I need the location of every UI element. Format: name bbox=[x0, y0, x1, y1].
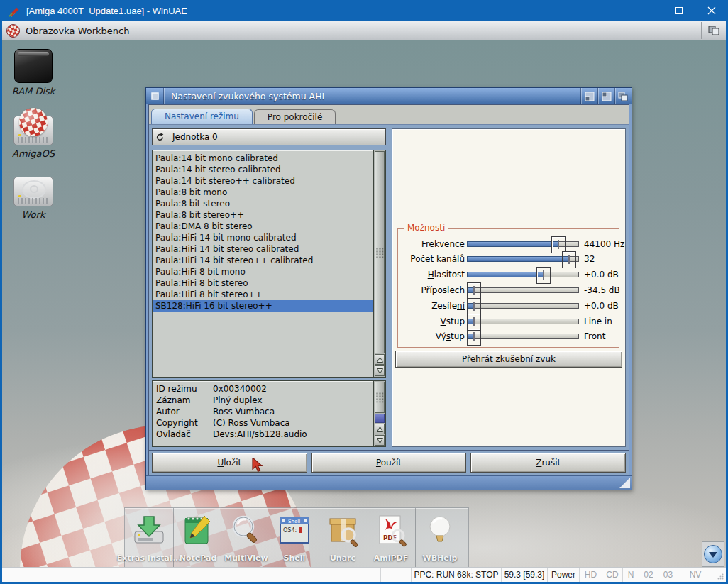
input-slider[interactable] bbox=[467, 314, 579, 329]
dialog-titlebar[interactable]: Nastavení zvukového systému AHI bbox=[146, 88, 632, 104]
dock-label: NotePad bbox=[180, 553, 217, 563]
dock-item-wbhelp[interactable]: WBHelp bbox=[415, 508, 464, 567]
frequency-slider[interactable] bbox=[467, 236, 579, 252]
window-depth-icon[interactable] bbox=[614, 88, 632, 104]
window-titlebar[interactable]: [Amiga 4000T_Update1.uae] - WinUAE bbox=[0, 0, 728, 21]
mode-list-item[interactable]: Paula:8 bit mono bbox=[153, 187, 373, 198]
info-row: ID režimu0x00340002 bbox=[156, 383, 373, 395]
boing-ball-icon bbox=[19, 108, 48, 136]
desktop-icon-label: AmigaOS bbox=[6, 148, 60, 159]
desktop-icon-work[interactable]: Work bbox=[6, 170, 60, 220]
window-iconify-icon[interactable] bbox=[580, 88, 597, 104]
statusbar: PPC: RUN 68k: STOP 59.3 [59.3] Power HD … bbox=[2, 567, 726, 582]
unit-selector[interactable]: Jednotka 0 bbox=[152, 128, 386, 145]
output-slider[interactable] bbox=[467, 329, 579, 344]
play-test-sound-button[interactable]: Přehrát zkušební zvuk bbox=[395, 351, 622, 368]
output-value: Front bbox=[584, 331, 605, 341]
mode-list-item[interactable]: Paula:HiFi 8 bit stereo bbox=[153, 277, 373, 289]
resize-handle[interactable] bbox=[619, 478, 630, 488]
close-icon[interactable] bbox=[695, 0, 728, 21]
dock-label: WBHelp bbox=[423, 553, 458, 563]
cycle-icon bbox=[153, 129, 167, 145]
fps-indicator: 59.3 [59.3] bbox=[502, 568, 548, 582]
options-legend: Možnosti bbox=[404, 223, 448, 233]
shell-icon-title: Shell bbox=[288, 519, 300, 524]
cpu-state: PPC: RUN 68k: STOP bbox=[412, 568, 502, 582]
save-button[interactable]: Uložit bbox=[152, 453, 307, 473]
mode-list-scrollbar[interactable] bbox=[373, 150, 385, 377]
scrollbar-thumb[interactable] bbox=[375, 382, 385, 413]
cancel-button[interactable]: Zrušit bbox=[470, 453, 626, 473]
scrollbar-thumb[interactable] bbox=[375, 151, 385, 353]
frequency-value: 44100 Hz bbox=[584, 239, 624, 249]
mode-list-item[interactable]: Paula:8 bit stereo++ bbox=[153, 209, 373, 221]
dock-item-multiview[interactable]: MultiView bbox=[222, 508, 270, 567]
info-row: ZáznamPlný duplex bbox=[156, 395, 373, 406]
shell-icon: Shell OS4: bbox=[277, 513, 311, 547]
unit-selector-label: Jednotka 0 bbox=[167, 132, 218, 142]
dock-item-shell[interactable]: Shell OS4: Shell bbox=[270, 508, 319, 567]
power-led: Power bbox=[548, 568, 580, 582]
scroll-down-icon[interactable] bbox=[375, 435, 385, 446]
window-zoom-icon[interactable] bbox=[597, 88, 614, 104]
bulb-icon bbox=[423, 513, 457, 547]
winuae-window-frame: Obrazovka Workbench RAM Disk bbox=[0, 21, 728, 584]
info-row: Copyright(C) Ross Vumbaca bbox=[156, 417, 373, 429]
magnifier-icon bbox=[229, 513, 263, 547]
slider-row-volume: Hlasitost +0.0 dB bbox=[399, 268, 614, 282]
dock-item-extras-installer[interactable]: Extras Instal... bbox=[125, 508, 173, 567]
slider-row-gain: Zesílení +0.0 dB bbox=[399, 298, 614, 313]
minimize-icon[interactable] bbox=[630, 0, 663, 21]
desktop-icon-amigaos[interactable]: AmigaOS bbox=[6, 109, 60, 159]
scroll-down-icon[interactable] bbox=[375, 365, 385, 376]
mode-list-item[interactable]: Paula:HiFi 8 bit mono bbox=[153, 266, 373, 277]
mode-list-item[interactable]: Paula:8 bit stereo bbox=[153, 198, 373, 209]
cd-led: CD bbox=[602, 568, 623, 582]
mode-list-item[interactable]: Paula:14 bit stereo calibrated bbox=[153, 164, 373, 175]
dock-label: Extras Instal... bbox=[117, 553, 182, 563]
statusbar-spacer bbox=[2, 568, 381, 582]
mode-list-item[interactable]: Paula:DMA 8 bit stereo bbox=[153, 221, 373, 232]
dock-item-amipdf[interactable]: PDF AmiPDF bbox=[367, 508, 415, 567]
statusbar-empty bbox=[381, 568, 412, 582]
gain-value: +0.0 dB bbox=[584, 301, 619, 311]
mode-list-item[interactable]: Paula:14 bit stereo++ calibrated bbox=[153, 175, 373, 187]
df2-led: 02 bbox=[639, 568, 658, 582]
mode-list-item[interactable]: Paula:14 bit mono calibrated bbox=[153, 153, 373, 164]
tab-mode-settings[interactable]: Nastavení režimu bbox=[151, 109, 253, 124]
monitor-slider[interactable] bbox=[467, 282, 579, 298]
scroll-up-icon[interactable] bbox=[375, 354, 385, 365]
desktop-icon-label: Work bbox=[6, 209, 60, 220]
shell-icon-prompt: OS4: bbox=[283, 527, 297, 534]
resize-grip[interactable] bbox=[712, 568, 726, 582]
dock-label: AmiPDF bbox=[374, 553, 408, 563]
mode-list-item[interactable]: Paula:HiFi 14 bit stereo++ calibrated bbox=[153, 255, 373, 266]
screen-flip-button[interactable] bbox=[702, 541, 724, 567]
dock-item-unarc[interactable]: Unarc bbox=[319, 508, 367, 567]
channels-slider[interactable] bbox=[467, 251, 579, 267]
volume-slider[interactable] bbox=[467, 267, 579, 282]
slider-row-monitor: Příposlech -34.5 dB bbox=[399, 282, 614, 297]
gain-slider[interactable] bbox=[467, 298, 579, 314]
scroll-up-icon[interactable] bbox=[375, 424, 385, 434]
net-led: N bbox=[623, 568, 639, 582]
window-close-icon[interactable] bbox=[146, 88, 164, 104]
apply-button[interactable]: Použít bbox=[311, 453, 467, 473]
dock-item-notepad[interactable]: NotePad bbox=[173, 508, 222, 567]
mode-list-item[interactable]: Paula:HiFi 14 bit stereo calibrated bbox=[153, 243, 373, 255]
maximize-icon[interactable] bbox=[663, 0, 695, 21]
mode-list-item[interactable]: Paula:HiFi 8 bit stereo++ bbox=[153, 289, 373, 300]
drive-icon bbox=[13, 116, 53, 145]
desktop-icon-ram-disk[interactable]: RAM Disk bbox=[6, 46, 60, 97]
tab-advanced[interactable]: Pro pokročilé bbox=[254, 109, 336, 124]
mouse-cursor bbox=[252, 458, 264, 475]
mode-list-item[interactable]: Paula:HiFi 14 bit mono calibrated bbox=[153, 232, 373, 243]
screen-depth-icon[interactable] bbox=[701, 22, 726, 39]
info-scrollbar[interactable] bbox=[373, 381, 385, 446]
dock-label: Shell bbox=[284, 553, 306, 563]
mode-list-item[interactable]: SB128:HiFi 16 bit stereo++ bbox=[153, 300, 373, 312]
slider-row-channels: Počet kanálů 32 bbox=[399, 252, 614, 267]
drive-icon bbox=[13, 177, 53, 206]
workbench-screen-bar[interactable]: Obrazovka Workbench bbox=[2, 21, 726, 40]
info-row: AutorRoss Vumbaca bbox=[156, 406, 373, 417]
